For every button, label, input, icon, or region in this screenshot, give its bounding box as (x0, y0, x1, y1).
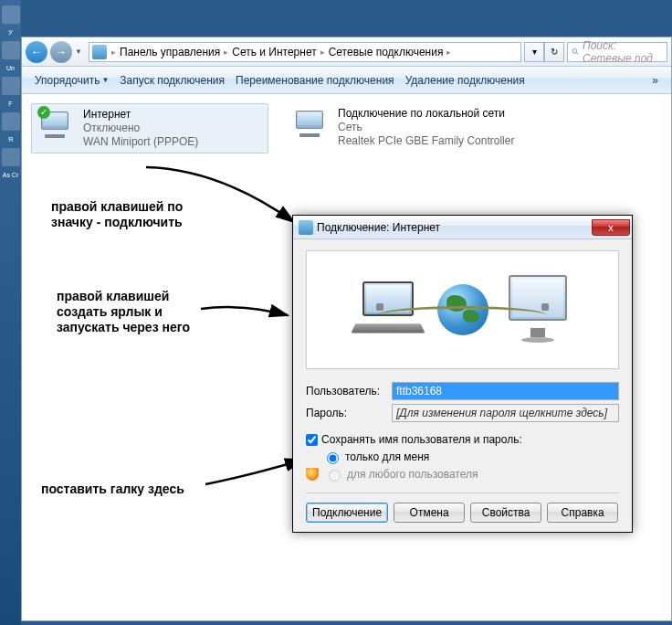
desktop-label: Un (0, 65, 21, 71)
desktop-icon[interactable] (2, 5, 20, 24)
desktop-label: У (0, 29, 21, 36)
password-label: Пароль: (306, 407, 386, 419)
organize-menu[interactable]: Упорядочить▼ (29, 70, 114, 90)
delete-connection-button[interactable]: Удаление подключения (400, 70, 530, 90)
desktop-label: As Cr (0, 172, 21, 178)
crumb-sep-icon[interactable]: ▸ (110, 48, 118, 57)
username-input[interactable] (392, 382, 619, 400)
breadcrumb[interactable]: Сетевые подключения (327, 46, 446, 58)
save-credentials-checkbox[interactable] (306, 434, 318, 446)
address-bar[interactable]: ▸ Панель управления ▸ Сеть и Интернет ▸ … (89, 42, 521, 62)
rename-connection-button[interactable]: Переименование подключения (230, 70, 400, 90)
search-input[interactable]: Поиск: Сетевые под (567, 42, 667, 62)
desktop-label: F (0, 101, 21, 107)
toolbar: Упорядочить▼ Запуск подключения Переимен… (22, 67, 671, 94)
dialog-icon (299, 220, 313, 235)
nav-bar: ← → ▼ ▸ Панель управления ▸ Сеть и Интер… (22, 37, 671, 67)
password-input[interactable]: [Для изменения пароля щелкните здесь] (392, 404, 619, 422)
toolbar-overflow[interactable]: » (646, 70, 664, 90)
connection-title: Интернет (83, 108, 198, 122)
connect-dialog: Подключение: Интернет x Пользователь: Па… (292, 215, 633, 533)
forward-button[interactable]: → (50, 41, 72, 63)
back-button[interactable]: ← (26, 41, 47, 63)
desktop-icon[interactable] (2, 148, 20, 166)
connection-device: WAN Miniport (PPPOE) (83, 135, 198, 149)
connection-device: Realtek PCIe GBE Family Controller (338, 134, 514, 148)
svg-point-0 (572, 48, 577, 53)
dialog-title: Подключение: Интернет (317, 221, 440, 234)
content-area: ✓ Интернет Отключено WAN Miniport (PPPOE… (22, 94, 671, 163)
save-credentials-label: Сохранять имя пользователя и пароль: (321, 433, 522, 446)
annotation-text: поставить галку здесь (41, 482, 184, 497)
connection-status: Сеть (338, 121, 514, 134)
username-label: Пользователь: (306, 385, 386, 397)
svg-line-1 (576, 52, 578, 54)
address-dropdown[interactable]: ▾ (524, 42, 544, 62)
search-placeholder: Поиск: Сетевые под (583, 39, 663, 65)
help-button[interactable]: Справка (547, 503, 618, 523)
crumb-sep-icon[interactable]: ▸ (222, 48, 230, 57)
history-dropdown[interactable]: ▼ (75, 48, 86, 56)
only-me-radio[interactable] (327, 452, 339, 464)
checkmark-icon: ✓ (37, 106, 50, 119)
dialog-illustration (306, 250, 619, 369)
shield-icon (306, 468, 319, 481)
refresh-button[interactable]: ↻ (544, 42, 564, 62)
connection-item-internet[interactable]: ✓ Интернет Отключено WAN Miniport (PPPOE… (31, 103, 268, 154)
close-button[interactable]: x (592, 219, 630, 236)
only-me-label: только для меня (345, 450, 429, 463)
connection-item-lan[interactable]: Подключение по локальной сети Сеть Realt… (287, 103, 524, 152)
any-user-radio (329, 470, 341, 482)
any-user-label: для любого пользователя (347, 468, 478, 481)
properties-button[interactable]: Свойства (470, 503, 541, 523)
desktop-strip: У Un F Я As Cr (0, 0, 21, 625)
annotation-text: правой клавишей создать ярлык и запускат… (57, 289, 190, 335)
dialog-titlebar[interactable]: Подключение: Интернет x (293, 216, 632, 239)
location-icon (92, 45, 107, 59)
search-icon (572, 47, 580, 58)
breadcrumb[interactable]: Панель управления (118, 46, 222, 58)
connect-button[interactable]: Подключение (306, 503, 388, 523)
crumb-sep-icon[interactable]: ▸ (319, 48, 327, 57)
connection-title: Подключение по локальной сети (338, 107, 514, 121)
start-connection-button[interactable]: Запуск подключения (114, 70, 230, 90)
connection-status: Отключено (83, 122, 198, 135)
desktop-label: Я (0, 136, 21, 143)
cancel-button[interactable]: Отмена (394, 503, 465, 523)
connection-icon: ✓ (36, 108, 76, 141)
annotation-arrow (137, 160, 301, 233)
breadcrumb[interactable]: Сеть и Интернет (230, 46, 318, 58)
desktop-icon[interactable] (2, 112, 20, 131)
annotation-arrow (196, 302, 297, 338)
desktop-icon[interactable] (2, 77, 20, 95)
desktop-icon[interactable] (2, 41, 20, 59)
crumb-sep-icon[interactable]: ▸ (445, 48, 453, 57)
connection-icon (290, 107, 331, 140)
